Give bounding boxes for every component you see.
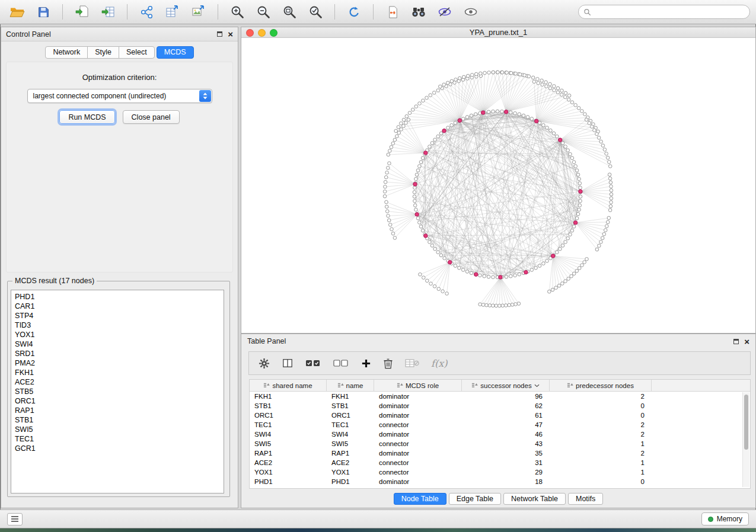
graph-node[interactable]	[572, 272, 576, 275]
graph-node[interactable]	[422, 99, 425, 102]
graph-node[interactable]	[391, 232, 395, 235]
graph-node[interactable]	[418, 165, 422, 168]
graph-hub-node[interactable]	[474, 273, 478, 276]
minimize-window-button[interactable]	[258, 29, 266, 37]
network-canvas[interactable]	[241, 38, 755, 333]
graph-node[interactable]	[414, 177, 418, 181]
graph-node[interactable]	[496, 70, 500, 74]
graph-node[interactable]	[574, 165, 578, 168]
graph-hub-node[interactable]	[499, 275, 502, 279]
graph-node[interactable]	[385, 205, 388, 209]
graph-node[interactable]	[556, 91, 560, 94]
table-row[interactable]: ORC1ORC1dominator610	[250, 411, 750, 420]
graph-node[interactable]	[454, 264, 457, 268]
graph-node[interactable]	[479, 72, 483, 75]
close-panel-button[interactable]: Close panel	[123, 110, 180, 124]
close-window-button[interactable]	[246, 29, 254, 37]
graph-node[interactable]	[526, 116, 529, 119]
graph-node[interactable]	[556, 86, 560, 90]
export-image-button[interactable]	[187, 2, 210, 21]
mcds-result-item[interactable]: STP4	[15, 311, 220, 321]
graph-node[interactable]	[572, 225, 576, 229]
graph-node[interactable]	[509, 274, 513, 278]
tab-style[interactable]: Style	[87, 46, 119, 59]
column-header-name[interactable]: name	[327, 380, 374, 391]
memory-button[interactable]: Memory	[701, 512, 749, 525]
graph-hub-node[interactable]	[458, 118, 461, 122]
graph-node[interactable]	[610, 197, 613, 200]
graph-node[interactable]	[509, 72, 513, 75]
graph-hub-node[interactable]	[424, 151, 428, 155]
graph-node[interactable]	[385, 210, 389, 213]
graph-hub-node[interactable]	[579, 190, 582, 193]
mcds-result-item[interactable]: ORC1	[15, 396, 220, 406]
graph-node[interactable]	[498, 304, 502, 307]
graph-node[interactable]	[437, 287, 441, 291]
graph-node[interactable]	[508, 303, 511, 307]
graph-node[interactable]	[421, 229, 425, 232]
graph-node[interactable]	[532, 80, 536, 84]
graph-node[interactable]	[492, 275, 495, 279]
graph-node[interactable]	[439, 254, 443, 257]
graph-node[interactable]	[556, 135, 559, 139]
graph-node[interactable]	[580, 264, 584, 267]
graph-node[interactable]	[445, 292, 449, 296]
graph-node[interactable]	[430, 244, 434, 248]
graph-node[interactable]	[578, 204, 582, 207]
graph-node[interactable]	[487, 110, 490, 114]
graph-node[interactable]	[446, 81, 449, 85]
table-row[interactable]: ACE2ACE2connector311	[250, 458, 750, 467]
graph-hub-node[interactable]	[573, 221, 577, 225]
graph-node[interactable]	[560, 93, 563, 97]
hide-selected-button[interactable]	[433, 2, 456, 21]
graph-node[interactable]	[413, 186, 417, 190]
graph-node[interactable]	[567, 98, 570, 101]
graph-node[interactable]	[588, 121, 591, 125]
graph-node[interactable]	[578, 208, 581, 211]
graph-node[interactable]	[576, 173, 580, 177]
graph-node[interactable]	[557, 284, 561, 287]
graph-node[interactable]	[432, 91, 436, 95]
graph-node[interactable]	[421, 156, 425, 160]
table-scrollbar[interactable]	[742, 392, 749, 487]
graph-node[interactable]	[385, 200, 388, 204]
column-header-successor-nodes[interactable]: successor nodes	[462, 380, 550, 391]
graph-node[interactable]	[383, 190, 387, 194]
graph-node[interactable]	[606, 156, 610, 160]
graph-node[interactable]	[505, 71, 509, 75]
graph-node[interactable]	[579, 186, 582, 190]
graph-node[interactable]	[570, 156, 574, 160]
function-builder-button[interactable]: f(x)	[431, 358, 447, 369]
graph-node[interactable]	[492, 110, 495, 113]
graph-node[interactable]	[500, 70, 504, 74]
graph-node[interactable]	[383, 195, 387, 198]
graph-node[interactable]	[470, 114, 473, 117]
graph-node[interactable]	[599, 140, 603, 143]
graph-node[interactable]	[546, 259, 549, 263]
refresh-layout-button[interactable]	[343, 2, 365, 21]
network-window-titlebar[interactable]: YPA_prune.txt_1	[241, 27, 755, 38]
graph-node[interactable]	[387, 166, 390, 170]
graph-node[interactable]	[534, 266, 538, 270]
float-panel-icon[interactable]	[217, 31, 222, 37]
graph-node[interactable]	[585, 258, 589, 261]
table-row[interactable]: SWI4SWI4dominator462	[250, 430, 750, 439]
save-button[interactable]	[32, 2, 55, 21]
graph-node[interactable]	[549, 129, 553, 132]
graph-node[interactable]	[404, 121, 408, 125]
graph-node[interactable]	[530, 117, 534, 121]
tab-mcds[interactable]: MCDS	[157, 46, 194, 59]
tab-select[interactable]: Select	[119, 46, 155, 59]
graph-hub-node[interactable]	[415, 213, 419, 216]
graph-node[interactable]	[601, 236, 604, 240]
graph-node[interactable]	[492, 304, 495, 307]
graph-node[interactable]	[570, 229, 574, 232]
graph-node[interactable]	[575, 217, 579, 220]
add-column-button[interactable]	[361, 358, 371, 368]
graph-node[interactable]	[474, 113, 477, 116]
column-header-predecessor-nodes[interactable]: predecessor nodes	[550, 380, 652, 391]
graph-node[interactable]	[538, 264, 541, 268]
graph-node[interactable]	[487, 275, 490, 278]
graph-node[interactable]	[610, 193, 613, 196]
graph-node[interactable]	[601, 144, 605, 148]
